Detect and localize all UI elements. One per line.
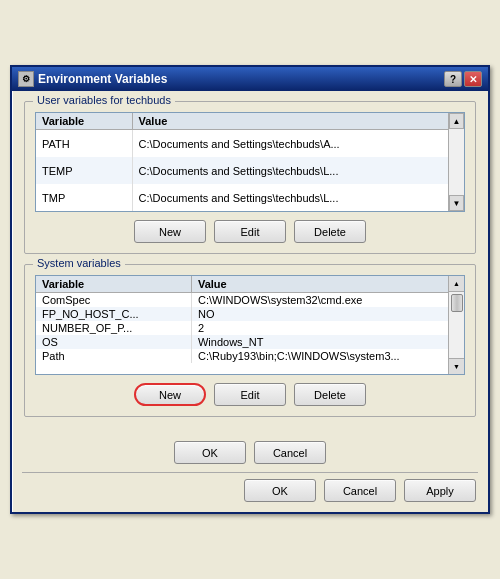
user-var-value: C:\Documents and Settings\techbuds\A... (132, 130, 448, 158)
system-table-inner: Variable Value ComSpecC:\WINDOWS\system3… (36, 276, 448, 374)
inner-cancel-button[interactable]: Cancel (254, 441, 326, 464)
user-table-header: Variable Value (36, 113, 448, 130)
system-variables-label: System variables (33, 257, 125, 269)
user-var-name: PATH (36, 130, 132, 158)
footer-apply-button[interactable]: Apply (404, 479, 476, 502)
user-var-name: TMP (36, 184, 132, 211)
user-table-scrollbar[interactable]: ▲ ▼ (448, 113, 464, 211)
user-var-value: C:\Documents and Settings\techbuds\L... (132, 184, 448, 211)
table-row[interactable]: NUMBER_OF_P...2 (36, 321, 448, 335)
table-row[interactable]: PathC:\Ruby193\bin;C:\WINDOWS\system3... (36, 349, 448, 363)
user-variables-label: User variables for techbuds (33, 94, 175, 106)
dialog-title: Environment Variables (38, 72, 167, 86)
system-table-header: Variable Value (36, 276, 448, 293)
help-button[interactable]: ? (444, 71, 462, 87)
footer-buttons: OK Cancel Apply (12, 473, 488, 512)
sys-var-value: NO (191, 307, 448, 321)
user-scroll-up[interactable]: ▲ (449, 113, 464, 129)
sys-var-value: C:\WINDOWS\system32\cmd.exe (191, 293, 448, 308)
sys-var-name: OS (36, 335, 191, 349)
user-col-variable: Variable (36, 113, 132, 130)
table-row[interactable]: FP_NO_HOST_C...NO (36, 307, 448, 321)
system-edit-button[interactable]: Edit (214, 383, 286, 406)
inner-footer: OK Cancel (12, 441, 488, 472)
title-bar-left: ⚙ Environment Variables (18, 71, 167, 87)
system-scroll-thumb[interactable] (451, 294, 463, 312)
user-variables-group: User variables for techbuds Variable Val… (24, 101, 476, 254)
user-delete-button[interactable]: Delete (294, 220, 366, 243)
sys-var-name: FP_NO_HOST_C... (36, 307, 191, 321)
sys-var-value: 2 (191, 321, 448, 335)
user-variables-table-container: Variable Value PATHC:\Documents and Sett… (35, 112, 465, 212)
system-variables-table: Variable Value ComSpecC:\WINDOWS\system3… (36, 276, 448, 363)
sys-var-name: Path (36, 349, 191, 363)
sys-var-value: C:\Ruby193\bin;C:\WINDOWS\system3... (191, 349, 448, 363)
table-row[interactable]: ComSpecC:\WINDOWS\system32\cmd.exe (36, 293, 448, 308)
system-table-body: ComSpecC:\WINDOWS\system32\cmd.exeFP_NO_… (36, 293, 448, 364)
system-delete-button[interactable]: Delete (294, 383, 366, 406)
table-row[interactable]: OSWindows_NT (36, 335, 448, 349)
user-buttons-row: New Edit Delete (35, 220, 465, 243)
user-variables-table: Variable Value PATHC:\Documents and Sett… (36, 113, 448, 211)
user-var-value: C:\Documents and Settings\techbuds\L... (132, 157, 448, 184)
system-scroll-down[interactable]: ▼ (449, 358, 464, 374)
user-edit-button[interactable]: Edit (214, 220, 286, 243)
system-buttons-row: New Edit Delete (35, 383, 465, 406)
close-button[interactable]: ✕ (464, 71, 482, 87)
dialog-content: User variables for techbuds Variable Val… (12, 91, 488, 437)
sys-var-value: Windows_NT (191, 335, 448, 349)
user-var-name: TEMP (36, 157, 132, 184)
user-col-value: Value (132, 113, 448, 130)
table-row[interactable]: TMPC:\Documents and Settings\techbuds\L.… (36, 184, 448, 211)
footer-ok-button[interactable]: OK (244, 479, 316, 502)
user-scroll-down[interactable]: ▼ (449, 195, 464, 211)
title-controls: ? ✕ (444, 71, 482, 87)
table-row[interactable]: TEMPC:\Documents and Settings\techbuds\L… (36, 157, 448, 184)
system-variables-group: System variables Variable Value ComSpecC… (24, 264, 476, 417)
system-table-scrollbar[interactable]: ▲ ▼ (448, 276, 464, 374)
footer-cancel-button[interactable]: Cancel (324, 479, 396, 502)
window-icon: ⚙ (18, 71, 34, 87)
system-col-value: Value (191, 276, 448, 293)
system-new-button[interactable]: New (134, 383, 206, 406)
table-row[interactable]: PATHC:\Documents and Settings\techbuds\A… (36, 130, 448, 158)
sys-var-name: NUMBER_OF_P... (36, 321, 191, 335)
inner-ok-button[interactable]: OK (174, 441, 246, 464)
system-scroll-up[interactable]: ▲ (449, 276, 464, 292)
title-bar: ⚙ Environment Variables ? ✕ (12, 67, 488, 91)
system-variables-table-container: Variable Value ComSpecC:\WINDOWS\system3… (35, 275, 465, 375)
system-col-variable: Variable (36, 276, 191, 293)
sys-var-name: ComSpec (36, 293, 191, 308)
user-table-body: PATHC:\Documents and Settings\techbuds\A… (36, 130, 448, 212)
user-new-button[interactable]: New (134, 220, 206, 243)
environment-variables-dialog: ⚙ Environment Variables ? ✕ User variabl… (10, 65, 490, 514)
